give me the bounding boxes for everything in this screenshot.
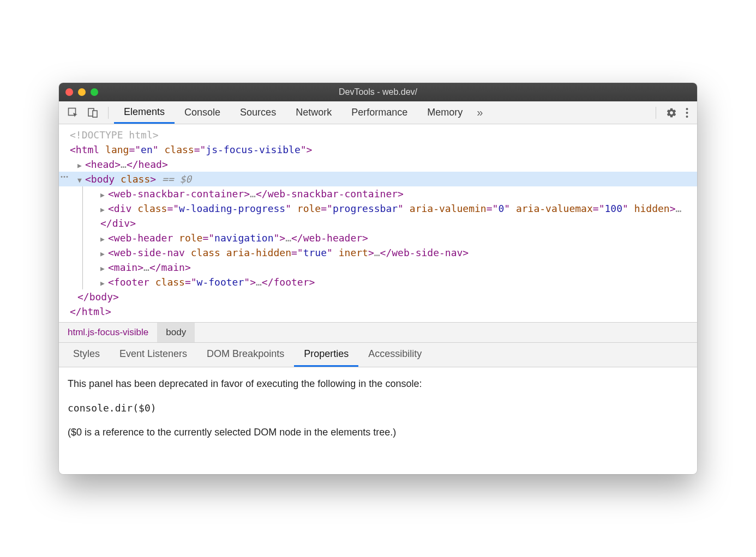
device-toggle-icon[interactable] bbox=[83, 104, 103, 122]
dom-html-close[interactable]: </html> bbox=[59, 304, 697, 319]
gear-icon[interactable] bbox=[662, 104, 681, 122]
dom-child-header[interactable]: ▶<web-header role="navigation">…</web-he… bbox=[89, 231, 697, 245]
traffic-lights bbox=[65, 88, 98, 96]
dom-head[interactable]: ▶<head>…</head> bbox=[59, 157, 697, 172]
devtools-window: DevTools - web.dev/ Elements Console Sou… bbox=[59, 83, 697, 474]
dom-tree[interactable]: <!DOCTYPE html> <html lang="en" class="j… bbox=[59, 124, 697, 322]
toolbar-divider bbox=[656, 107, 656, 119]
fullscreen-icon[interactable] bbox=[91, 88, 98, 96]
more-tabs-icon[interactable]: » bbox=[472, 103, 487, 122]
svg-point-5 bbox=[686, 116, 688, 118]
subtab-accessibility[interactable]: Accessibility bbox=[358, 343, 431, 367]
subtab-styles[interactable]: Styles bbox=[63, 343, 110, 367]
properties-pane: This panel has been deprecated in favor … bbox=[59, 367, 697, 474]
titlebar: DevTools - web.dev/ bbox=[59, 83, 697, 101]
dom-child-footer[interactable]: ▶<footer class="w-footer">…</footer> bbox=[89, 275, 697, 289]
deprecation-note: ($0 is a reference to the currently sele… bbox=[68, 423, 688, 441]
minimize-icon[interactable] bbox=[78, 88, 86, 96]
close-icon[interactable] bbox=[65, 88, 73, 96]
dom-child-sidenav[interactable]: ▶<web-side-nav class aria-hidden="true" … bbox=[89, 245, 697, 260]
tab-sources[interactable]: Sources bbox=[230, 101, 286, 124]
breadcrumb: html.js-focus-visible body bbox=[59, 322, 697, 342]
dom-child-snackbar[interactable]: ▶<web-snackbar-container>…</web-snackbar… bbox=[89, 186, 697, 201]
subtab-properties[interactable]: Properties bbox=[294, 343, 358, 367]
sidebar-tabs: Styles Event Listeners DOM Breakpoints P… bbox=[59, 342, 697, 367]
tab-network[interactable]: Network bbox=[286, 101, 341, 124]
dom-body-close[interactable]: </body> bbox=[59, 289, 697, 304]
tab-elements[interactable]: Elements bbox=[114, 101, 175, 124]
window-title: DevTools - web.dev/ bbox=[59, 87, 697, 97]
tab-performance[interactable]: Performance bbox=[341, 101, 417, 124]
dom-body-open[interactable]: ▼<body class> == $0 bbox=[59, 172, 697, 186]
tab-memory[interactable]: Memory bbox=[417, 101, 472, 124]
crumb-html[interactable]: html.js-focus-visible bbox=[59, 323, 157, 342]
dom-html-open[interactable]: <html lang="en" class="js-focus-visible"… bbox=[59, 142, 697, 157]
svg-point-4 bbox=[686, 112, 688, 114]
panel-tabs: Elements Console Sources Network Perform… bbox=[114, 101, 472, 124]
dom-child-main[interactable]: ▶<main>…</main> bbox=[89, 260, 697, 275]
tab-console[interactable]: Console bbox=[175, 101, 230, 124]
svg-rect-2 bbox=[93, 111, 97, 117]
main-toolbar: Elements Console Sources Network Perform… bbox=[59, 101, 697, 124]
dom-child-progress[interactable]: ▶<div class="w-loading-progress" role="p… bbox=[89, 201, 697, 231]
subtab-dom-breakpoints[interactable]: DOM Breakpoints bbox=[197, 343, 294, 367]
toolbar-divider bbox=[108, 107, 109, 119]
svg-point-3 bbox=[686, 108, 688, 110]
inspect-element-icon[interactable] bbox=[63, 104, 83, 122]
crumb-body[interactable]: body bbox=[157, 323, 195, 342]
deprecation-text: This panel has been deprecated in favor … bbox=[68, 375, 688, 392]
dom-body-children: ▶<web-snackbar-container>…</web-snackbar… bbox=[82, 186, 697, 289]
kebab-menu-icon[interactable] bbox=[681, 104, 693, 122]
dom-doctype[interactable]: <!DOCTYPE html> bbox=[59, 128, 697, 142]
subtab-event-listeners[interactable]: Event Listeners bbox=[110, 343, 197, 367]
deprecation-code: console.dir($0) bbox=[68, 399, 688, 417]
